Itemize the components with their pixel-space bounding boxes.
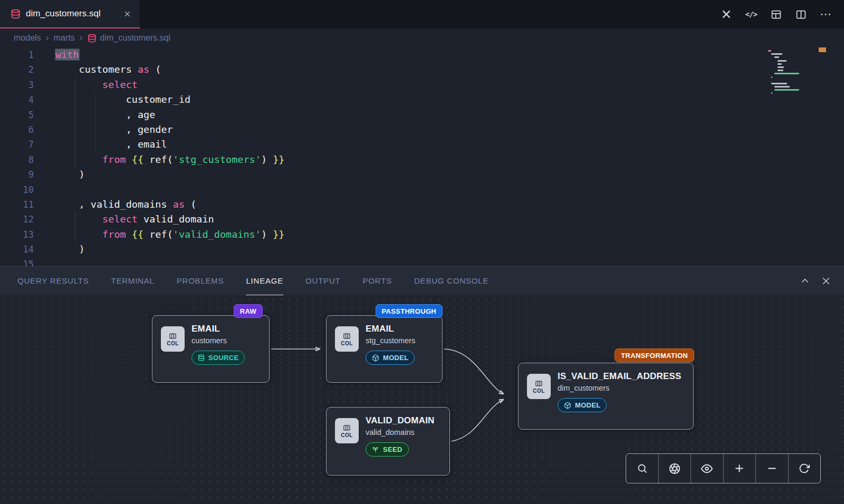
- zoom-in-button[interactable]: [723, 454, 756, 483]
- zoom-out-button[interactable]: [755, 454, 788, 483]
- code-line[interactable]: 1with: [0, 47, 844, 62]
- minimap-line: [771, 92, 772, 94]
- breadcrumb-file[interactable]: dim_customers.sql: [100, 33, 170, 43]
- node-subtitle: valid_domains: [366, 428, 435, 437]
- column-chip-label: COL: [533, 388, 544, 394]
- panel-tab-terminal[interactable]: TERMINAL: [111, 267, 154, 295]
- breadcrumb-separator: ›: [80, 32, 83, 43]
- database-icon: [198, 354, 205, 361]
- code-line[interactable]: 6 , gender: [0, 122, 844, 137]
- database-icon: [11, 9, 21, 19]
- passthrough-tag: PASSTHROUGH: [376, 304, 443, 318]
- chevron-up-icon[interactable]: [800, 276, 810, 286]
- column-chip: COL: [527, 374, 551, 399]
- minimap-line: [771, 76, 772, 78]
- code-line[interactable]: 13 from {{ ref('valid_domains') }}: [0, 227, 844, 242]
- breadcrumb-models[interactable]: models: [14, 33, 41, 43]
- close-panel-icon[interactable]: [821, 276, 831, 286]
- transformation-tag: TRANSFORMATION: [615, 348, 694, 362]
- code-line[interactable]: 8 from {{ ref('stg_customers') }}: [0, 152, 844, 167]
- code-line[interactable]: 10: [0, 182, 844, 197]
- panel-tab-ports[interactable]: PORTS: [363, 267, 392, 295]
- breadcrumb: models › marts › dim_customers.sql: [0, 28, 844, 47]
- table-preview-icon[interactable]: [770, 8, 782, 20]
- code-editor[interactable]: 1with2 customers as (3 select4 customer_…: [0, 47, 844, 266]
- tab-dim-customers-sql[interactable]: dim_customers.sql: [0, 0, 140, 28]
- code-line[interactable]: 5 , age: [0, 108, 844, 122]
- search-button[interactable]: [626, 454, 658, 483]
- line-number: 12: [0, 212, 34, 227]
- code-line[interactable]: 15: [0, 257, 844, 266]
- panel-actions: [800, 276, 844, 286]
- line-number: 9: [0, 167, 34, 182]
- node-title: IS_VALID_EMAIL_ADDRESS: [558, 371, 682, 382]
- tab-close-icon[interactable]: [123, 10, 131, 18]
- breadcrumb-separator: ›: [46, 32, 49, 43]
- node-subtitle: stg_customers: [366, 336, 415, 345]
- refresh-icon: [799, 463, 810, 474]
- minimap-line: [774, 89, 799, 91]
- minimap-line: [778, 60, 787, 62]
- lineage-node-customers[interactable]: RAW COL EMAIL customers SOURCE: [152, 315, 270, 383]
- column-chip: COL: [161, 326, 185, 352]
- code-line[interactable]: 2 customers as (: [0, 62, 844, 77]
- node-title: VALID_DOMAIN: [366, 415, 435, 426]
- code-preview-icon[interactable]: </>: [745, 8, 757, 20]
- extension-icon[interactable]: [721, 8, 732, 20]
- panel-tab-output[interactable]: OUTPUT: [305, 267, 340, 295]
- line-number: 1: [0, 47, 34, 62]
- panel-tab-query-results[interactable]: QUERY RESULTS: [17, 267, 89, 295]
- database-icon: [88, 34, 97, 43]
- panel-tabs: QUERY RESULTSTERMINALPROBLEMSLINEAGEOUTP…: [0, 267, 511, 295]
- column-chip-label: COL: [167, 341, 178, 346]
- line-number: 5: [0, 108, 34, 122]
- source-badge: SOURCE: [191, 351, 245, 365]
- minimap-line: [768, 50, 771, 52]
- line-number: 4: [0, 92, 34, 107]
- search-icon: [637, 463, 648, 474]
- visibility-button[interactable]: [690, 454, 723, 483]
- code-line[interactable]: 11 , valid_domains as (: [0, 197, 844, 212]
- indent-guide: [95, 93, 95, 152]
- refresh-button[interactable]: [788, 454, 821, 483]
- panel-tab-debug-console[interactable]: DEBUG CONSOLE: [414, 267, 488, 295]
- lineage-node-valid-domains[interactable]: COL VALID_DOMAIN valid_domains SEED: [326, 407, 450, 476]
- code-line[interactable]: 14 ): [0, 242, 844, 257]
- minimap-line: [771, 53, 782, 55]
- more-actions-icon[interactable]: ⋯: [820, 8, 831, 20]
- code-line[interactable]: 9 ): [0, 167, 844, 182]
- indent-guide: [75, 77, 75, 167]
- column-chip: COL: [335, 326, 359, 352]
- code-line[interactable]: 3 select: [0, 77, 844, 92]
- panel-tab-lineage[interactable]: LINEAGE: [246, 267, 283, 295]
- shutter-icon: [669, 463, 680, 474]
- node-subtitle: dim_customers: [558, 384, 682, 392]
- lineage-node-dim-customers[interactable]: TRANSFORMATION COL IS_VALID_EMAIL_ADDRES…: [518, 363, 694, 430]
- overview-ruler-marker: [819, 47, 826, 52]
- lineage-node-stg-customers[interactable]: PASSTHROUGH COL EMAIL stg_customers MODE…: [326, 315, 443, 383]
- minimap-line: [778, 63, 782, 65]
- model-badge: MODEL: [558, 398, 607, 412]
- split-editor-icon[interactable]: [795, 8, 807, 20]
- indent-guide: [75, 212, 75, 242]
- code-line[interactable]: 4 customer_id: [0, 92, 844, 107]
- breadcrumb-marts[interactable]: marts: [54, 33, 75, 43]
- minimap-line: [778, 66, 784, 68]
- cube-icon: [564, 402, 571, 409]
- code-area[interactable]: 1with2 customers as (3 select4 customer_…: [0, 47, 844, 266]
- shutter-button[interactable]: [658, 454, 691, 483]
- editor-actions: </> ⋯: [721, 0, 844, 28]
- eye-icon: [701, 463, 713, 474]
- column-chip-label: COL: [341, 341, 352, 346]
- lineage-panel[interactable]: RAW COL EMAIL customers SOURCE PASSTHROU: [0, 295, 844, 504]
- line-number: 14: [0, 242, 34, 257]
- minimap[interactable]: [768, 50, 821, 99]
- line-number: 6: [0, 122, 34, 137]
- panel-tab-problems[interactable]: PROBLEMS: [177, 267, 224, 295]
- line-number: 11: [0, 197, 34, 212]
- seedling-icon: [372, 446, 379, 453]
- code-line[interactable]: 12 select valid_domain: [0, 212, 844, 227]
- tab-title: dim_customers.sql: [26, 8, 101, 19]
- minimap-line: [774, 86, 790, 88]
- code-line[interactable]: 7 , email: [0, 137, 844, 152]
